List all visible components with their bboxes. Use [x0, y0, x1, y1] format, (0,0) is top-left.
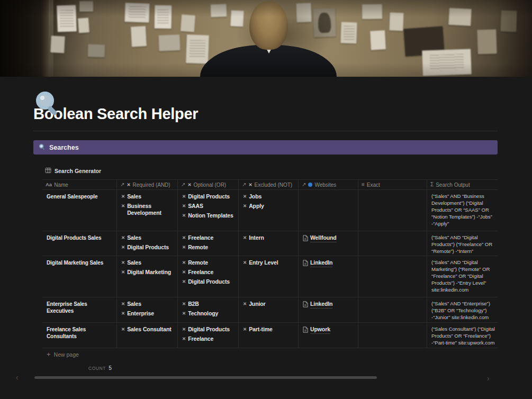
relation-tag[interactable]: ✕B2B [182, 301, 235, 307]
column-header-required[interactable]: ↗✕Required (AND) [117, 180, 178, 189]
relation-tag-label: Sales [127, 301, 141, 307]
column-header-label: Websites [314, 182, 336, 188]
relation-tag[interactable]: ✕Digital Marketing [121, 269, 174, 276]
relation-tag[interactable]: ✕Sales [121, 193, 174, 200]
relation-arrow-icon: ↗ [120, 182, 124, 187]
x-icon: ✕ [243, 234, 247, 241]
column-header-optional[interactable]: ↗✕Optional (OR) [178, 180, 239, 189]
relation-tag[interactable]: ✕Junior [243, 301, 295, 307]
new-page-button[interactable]: + New page [42, 348, 498, 361]
cell-excluded[interactable]: ✕Intern [239, 231, 299, 256]
cell-websites[interactable]: LinkedIn [299, 256, 358, 297]
cell-excluded[interactable]: ✕Entry Level [239, 256, 299, 297]
relation-tag[interactable]: ✕Digital Products [121, 244, 174, 251]
relation-tag[interactable]: ✕Remote [182, 259, 235, 266]
relation-tag[interactable]: ✕Sales [121, 301, 174, 307]
relation-tag[interactable]: ✕Business Development [121, 203, 174, 216]
cover-image[interactable] [0, 0, 532, 77]
relation-tag-label: Part-time [249, 326, 273, 333]
relation-tag[interactable]: ✕Freelance [182, 234, 235, 241]
cell-search-output[interactable]: (“Sales” AND “Digital Products”) (“Freel… [427, 231, 498, 256]
relation-tag[interactable]: ✕Sales [121, 234, 174, 241]
relation-tag[interactable]: ✕Remote [182, 244, 235, 251]
relation-tag[interactable]: ✕Technology [182, 310, 235, 317]
page-title[interactable]: Boolean Search Helper [33, 105, 498, 123]
website-page-ref[interactable]: LinkedIn [303, 259, 355, 267]
website-page-ref[interactable]: Upwork [303, 326, 355, 334]
relation-tag[interactable]: ✕Digital Products [182, 326, 235, 333]
relation-tag[interactable]: ✕Digital Products [182, 278, 235, 285]
count-calculation[interactable]: COUNT 5 [42, 361, 117, 375]
cell-websites[interactable]: Wellfound [299, 231, 358, 256]
cell-name[interactable]: Freelance Sales Consultants [42, 323, 117, 348]
horizontal-scrollbar-thumb[interactable] [34, 376, 377, 379]
relation-tag-label: Freelance [188, 234, 213, 241]
page-body: Boolean Search Helper Searches Search Ge… [0, 105, 532, 375]
cell-excluded[interactable]: ✕Jobs✕Apply [239, 190, 299, 231]
relation-tag[interactable]: ✕Jobs [243, 193, 295, 200]
database-title[interactable]: Search Generator [42, 166, 498, 179]
relation-tag[interactable]: ✕Enterprise [121, 310, 174, 317]
column-header-output[interactable]: ΣSearch Output [427, 180, 498, 189]
relation-tag[interactable]: ✕SAAS [182, 203, 235, 210]
scroll-left-icon[interactable]: ‹ [16, 374, 19, 381]
cell-search-output[interactable]: (“Sales Consultant”) (“Digital Products”… [427, 323, 498, 348]
cell-websites[interactable] [299, 190, 358, 231]
x-icon: ✕ [182, 269, 186, 276]
relation-tag[interactable]: ✕Digital Products [182, 193, 235, 200]
column-header-excluded[interactable]: ↗✕Excluded (NOT) [239, 180, 299, 189]
cell-excluded[interactable]: ✕Part-time [239, 323, 299, 348]
cell-optional[interactable]: ✕Freelance✕Remote [178, 231, 239, 256]
cell-exact[interactable] [358, 190, 427, 231]
cell-required[interactable]: ✕Sales✕Enterprise [117, 297, 178, 322]
relation-tag[interactable]: ✕Intern [243, 234, 295, 241]
cell-websites[interactable]: Upwork [299, 323, 358, 348]
cell-required[interactable]: ✕Sales Consultant [117, 323, 178, 348]
x-icon: ✕ [121, 244, 125, 251]
cell-optional[interactable]: ✕Digital Products✕Freelance [178, 323, 239, 348]
cell-required[interactable]: ✕Sales✕Digital Products [117, 231, 178, 256]
table-row: General Salespeople✕Sales✕Business Devel… [42, 190, 498, 231]
x-database-icon: ✕ [248, 183, 252, 187]
cell-search-output[interactable]: (“Sales” AND “Enterprise”) (“B2B” OR “Te… [427, 297, 498, 322]
cell-websites[interactable]: LinkedIn [299, 297, 358, 322]
website-page-ref[interactable]: Wellfound [303, 234, 355, 242]
scroll-right-icon[interactable]: › [487, 375, 490, 382]
magnifying-glass-icon [33, 89, 62, 118]
website-page-ref[interactable]: LinkedIn [303, 301, 355, 309]
cell-required[interactable]: ✕Sales✕Business Development [117, 190, 178, 231]
relation-tag[interactable]: ✕Sales Consultant [121, 326, 174, 333]
searches-toggle-heading[interactable]: Searches [33, 140, 498, 155]
relation-tag[interactable]: ✕Notion Templates [182, 212, 235, 219]
website-label: Wellfound [310, 234, 337, 242]
x-icon: ✕ [121, 310, 125, 317]
cell-exact[interactable] [358, 297, 427, 322]
cell-exact[interactable] [358, 231, 427, 256]
relation-tag[interactable]: ✕Freelance [182, 269, 235, 276]
column-header-websites[interactable]: ↗Websites [299, 180, 358, 189]
relation-tag[interactable]: ✕Sales [121, 259, 174, 266]
cell-exact[interactable] [358, 256, 427, 297]
column-header-exact[interactable]: ≡Exact [358, 180, 427, 189]
column-header-name[interactable]: AaName [42, 180, 117, 189]
cell-name[interactable]: Digital Products Sales [42, 231, 117, 256]
cell-name[interactable]: General Salespeople [42, 190, 117, 231]
table-row: Enterprise Sales Executives✕Sales✕Enterp… [42, 297, 498, 323]
relation-tag[interactable]: ✕Apply [243, 203, 295, 210]
cell-exact[interactable] [358, 323, 427, 348]
cell-optional[interactable]: ✕B2B✕Technology [178, 297, 239, 322]
cell-name[interactable]: Digital Marketing Sales [42, 256, 117, 297]
cell-search-output[interactable]: (“Sales” AND “Business Development”) (“D… [427, 190, 498, 231]
page-icon-magnifier[interactable] [33, 89, 62, 118]
cell-name[interactable]: Enterprise Sales Executives [42, 297, 117, 322]
cell-optional[interactable]: ✕Digital Products✕SAAS✕Notion Templates [178, 190, 239, 231]
relation-tag[interactable]: ✕Freelance [182, 335, 235, 342]
cell-excluded[interactable]: ✕Junior [239, 297, 299, 322]
relation-tag[interactable]: ✕Part-time [243, 326, 295, 333]
column-header-label: Excluded (NOT) [255, 182, 293, 188]
x-icon: ✕ [182, 335, 186, 342]
relation-tag[interactable]: ✕Entry Level [243, 259, 295, 266]
cell-search-output[interactable]: (“Sales” AND “Digital Marketing”) (“Remo… [427, 256, 498, 297]
cell-optional[interactable]: ✕Remote✕Freelance✕Digital Products [178, 256, 239, 297]
cell-required[interactable]: ✕Sales✕Digital Marketing [117, 256, 178, 297]
